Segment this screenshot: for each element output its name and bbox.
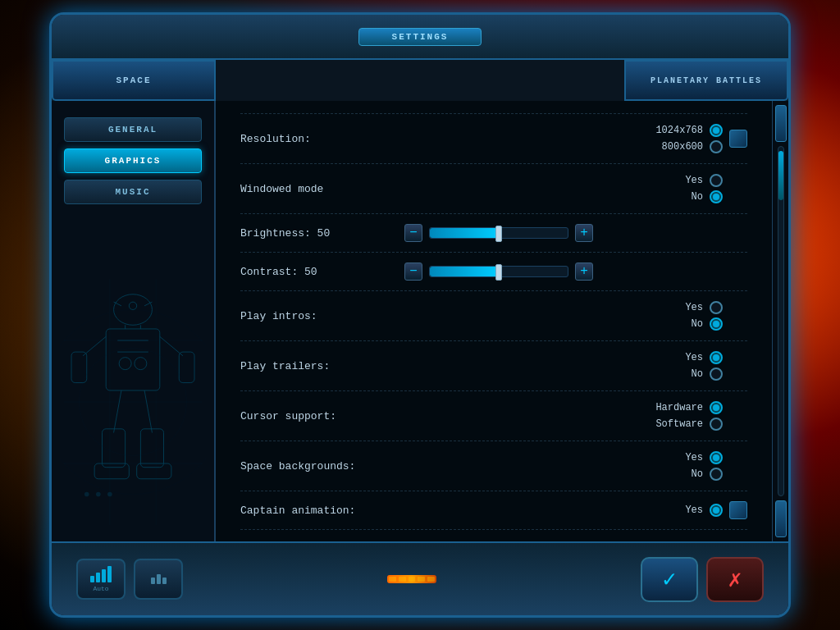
play-trailers-row: Play trailers: Yes No — [240, 341, 747, 391]
intros-no-radio[interactable] — [710, 317, 723, 331]
resolution-1024-row: 840x630 — [637, 124, 723, 137]
captain-animation-label: Captain animation: — [240, 504, 404, 517]
space-tab[interactable]: SPACE — [52, 60, 216, 101]
svg-point-18 — [129, 302, 136, 309]
windowed-no-label: No — [637, 191, 703, 203]
planetary-battles-tab[interactable]: PLANETARY BATTLES — [624, 60, 788, 101]
brightness-slider-row: − + — [404, 224, 593, 242]
contrast-minus-btn[interactable]: − — [404, 262, 422, 281]
cursor-software-radio[interactable] — [710, 418, 723, 431]
windowed-mode-controls: Yes No — [637, 174, 723, 203]
trailers-yes-row: Yes — [637, 351, 723, 364]
windowed-yes-row: Yes — [637, 174, 723, 187]
brightness-minus-btn[interactable]: − — [404, 224, 422, 242]
windowed-mode-row: Windowed mode Yes No — [240, 164, 747, 214]
battery-bars-2 — [151, 574, 167, 584]
spacebg-no-radio[interactable] — [710, 468, 723, 481]
svg-rect-13 — [103, 429, 126, 468]
scrollbar-thumb[interactable] — [778, 151, 783, 200]
cursor-support-row: Cursor support: Hardware Software — [240, 391, 747, 441]
play-trailers-controls: Yes No — [637, 351, 723, 381]
svg-rect-3 — [106, 329, 160, 390]
contrast-plus-btn[interactable]: + — [575, 262, 593, 281]
svg-line-8 — [83, 336, 106, 355]
top-bar: SETTINGS — [52, 15, 788, 60]
intros-no-label: No — [637, 318, 703, 330]
svg-point-29 — [96, 492, 101, 497]
action-buttons: ✓ ✗ — [641, 557, 764, 602]
trailers-yes-radio[interactable] — [710, 351, 723, 364]
captain-animation-controls: Yes — [637, 504, 723, 517]
intros-yes-row: Yes — [637, 301, 723, 314]
trailers-no-label: No — [637, 368, 703, 380]
brightness-track[interactable] — [429, 227, 568, 239]
resolution-controls: 840x630 800x600 — [637, 124, 723, 153]
brightness-label: Brightness: 50 — [240, 227, 404, 240]
windowed-yes-radio[interactable] — [710, 174, 723, 187]
trailers-no-row: No — [637, 368, 723, 381]
confirm-button[interactable]: ✓ — [641, 557, 698, 602]
bar2 — [96, 573, 100, 582]
cancel-button[interactable]: ✗ — [706, 557, 764, 602]
intros-yes-label: Yes — [637, 302, 703, 313]
svg-point-6 — [119, 358, 131, 370]
windowed-mode-label: Windowed mode — [240, 183, 404, 195]
captain-yes-radio[interactable] — [710, 504, 723, 517]
brightness-row: Brightness: 50 − + — [240, 214, 747, 253]
bar3 — [102, 569, 106, 582]
intros-yes-radio[interactable] — [710, 301, 723, 314]
resolution-800-row: 800x600 — [637, 140, 723, 153]
svg-point-30 — [107, 492, 112, 497]
main-frame: SETTINGS SPACE PLANETARY BATTLES GENERAL… — [49, 12, 791, 618]
orange-seg-2 — [399, 577, 406, 582]
auto-label: Auto — [93, 585, 108, 592]
bar1 — [90, 576, 94, 582]
sidebar-item-music[interactable]: MUSIC — [64, 180, 202, 204]
trailers-no-radio[interactable] — [710, 368, 723, 381]
svg-rect-17 — [137, 463, 171, 479]
cursor-hardware-label: Hardware — [637, 402, 703, 413]
spacebg-no-row: No — [637, 468, 723, 481]
brightness-plus-btn[interactable]: + — [575, 224, 593, 242]
contrast-fill — [430, 267, 499, 276]
brightness-thumb[interactable] — [495, 226, 502, 242]
scrollbar[interactable] — [772, 101, 788, 541]
windowed-no-row: No — [637, 190, 723, 203]
bottom-bar: Auto ✓ ✗ — [52, 541, 788, 615]
spacebg-yes-radio[interactable] — [710, 451, 723, 464]
resolution-1024-radio[interactable] — [710, 124, 723, 137]
windowed-no-radio[interactable] — [710, 190, 723, 203]
contrast-label: Contrast: 50 — [240, 266, 404, 278]
space-backgrounds-controls: Yes No — [637, 451, 723, 481]
settings-panel: Resolution: 840x630 800x600 Windowed mo… — [216, 101, 772, 541]
orange-seg-4 — [418, 577, 425, 582]
captain-yes-row: Yes — [637, 504, 723, 517]
brightness-fill — [430, 228, 499, 238]
cursor-software-label: Software — [637, 418, 703, 430]
cursor-hardware-radio[interactable] — [710, 401, 723, 414]
play-trailers-label: Play trailers: — [240, 360, 404, 372]
contrast-track[interactable] — [429, 266, 568, 277]
sidebar: GENERAL GRAPHICS MUSIC — [52, 101, 216, 541]
svg-line-14 — [144, 390, 152, 433]
battery-btn-2[interactable] — [134, 559, 183, 600]
contrast-thumb[interactable] — [495, 264, 502, 281]
cursor-support-label: Cursor support: — [240, 410, 404, 422]
robot-illustration — [60, 279, 206, 525]
play-intros-label: Play intros: — [240, 310, 404, 322]
resolution-1024-label: 840x630 — [637, 125, 703, 136]
orange-seg-3 — [409, 577, 416, 582]
space-backgrounds-row: Space backgrounds: Yes No — [240, 441, 747, 491]
bar5 — [151, 578, 155, 584]
sidebar-item-graphics[interactable]: GRAPHICS — [64, 148, 202, 173]
scrollbar-track[interactable] — [778, 146, 784, 496]
battery-btn-1[interactable]: Auto — [76, 559, 126, 600]
orange-bar — [387, 575, 436, 583]
space-backgrounds-label: Space backgrounds: — [240, 460, 404, 472]
resolution-800-radio[interactable] — [710, 140, 723, 153]
bottom-left-controls: Auto — [76, 559, 183, 600]
orange-seg-5 — [427, 577, 435, 582]
sidebar-item-general[interactable]: GENERAL — [64, 117, 202, 142]
svg-point-7 — [135, 358, 147, 370]
content-area: GENERAL GRAPHICS MUSIC — [52, 101, 788, 541]
